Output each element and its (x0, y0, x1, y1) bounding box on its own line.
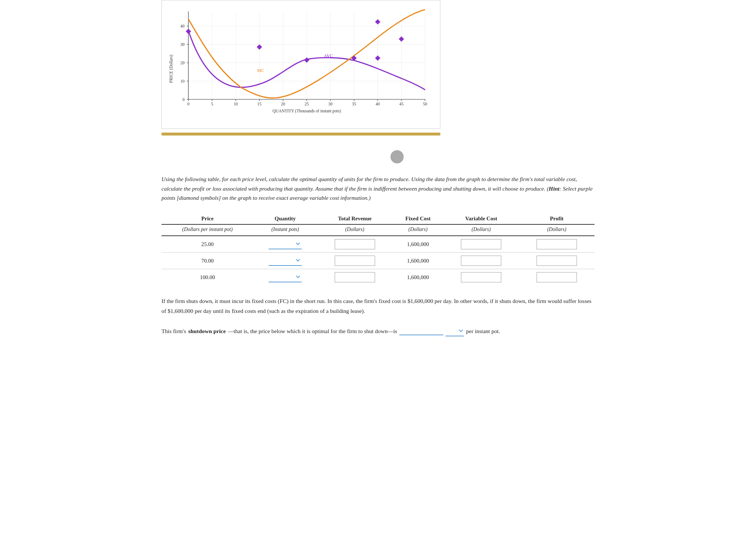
table-row: 100.001,600,000 (161, 269, 595, 286)
shutdown-middle: —that is, the price below which it is op… (228, 327, 397, 335)
cell-quantity-2 (254, 269, 317, 286)
col-header-fixed-cost: Fixed Cost (393, 213, 444, 225)
x-tick-30: 30 (328, 102, 333, 106)
y-axis-label: PRICE (Dollars) (169, 55, 174, 83)
footer-paragraph: If the firm shuts down, it must incur it… (161, 296, 595, 316)
instructions-text: Using the following table, for each pric… (161, 174, 595, 203)
total-revenue-input-1[interactable] (335, 256, 375, 266)
shutdown-suffix: per instant pot. (466, 327, 500, 335)
x-tick-15: 15 (257, 102, 262, 106)
instructions-main: Using the following table, for each pric… (161, 176, 577, 192)
profit-input-0[interactable] (537, 239, 577, 249)
cell-total-revenue-0 (317, 236, 393, 253)
x-tick-45: 45 (399, 102, 404, 106)
y-tick-0: 0 (182, 97, 185, 102)
cell-price-0: 25.00 (161, 236, 254, 253)
shutdown-blank-line (399, 327, 443, 335)
x-tick-40: 40 (376, 102, 380, 106)
cell-fixed-cost-1: 1,600,000 (393, 253, 444, 269)
profit-input-1[interactable] (537, 256, 577, 266)
x-tick-50: 50 (423, 102, 427, 106)
instructions-hint-bold: Hint (549, 185, 559, 192)
col-header-quantity: Quantity (254, 213, 317, 225)
quantity-select-1[interactable] (269, 256, 302, 266)
diamond-1[interactable] (257, 44, 262, 50)
col-sub-variable-cost: (Dollars) (443, 224, 519, 236)
divider-bar (161, 133, 440, 136)
y-tick-40: 40 (181, 24, 185, 28)
variable-cost-input-1[interactable] (461, 256, 501, 266)
quantity-select-2[interactable] (269, 272, 302, 282)
x-tick-20: 20 (281, 102, 286, 106)
table-row: 70.001,600,000 (161, 253, 595, 269)
cell-variable-cost-2 (443, 269, 519, 286)
cell-total-revenue-1 (317, 253, 393, 269)
cell-profit-2 (519, 269, 595, 286)
table-row: 25.001,600,000 (161, 236, 595, 253)
x-tick-25: 25 (305, 102, 309, 106)
col-sub-profit: (Dollars) (519, 224, 595, 236)
cell-total-revenue-2 (317, 269, 393, 286)
cell-fixed-cost-2: 1,600,000 (393, 269, 444, 286)
cell-quantity-0 (254, 236, 317, 253)
total-revenue-input-2[interactable] (335, 272, 375, 282)
shutdown-row: This firm's shutdown price —that is, the… (161, 326, 595, 336)
x-axis-label: QUANTITY (Thousands of instant pots) (273, 109, 341, 113)
mc-label: MC (257, 68, 264, 73)
x-tick-5: 5 (211, 102, 213, 106)
col-header-variable-cost: Variable Cost (443, 213, 519, 225)
page-container: PRICE (Dollars) 0 10 20 30 40 (139, 0, 617, 358)
variable-cost-input-0[interactable] (461, 239, 501, 249)
avc-label: AVC (324, 53, 333, 58)
cell-price-1: 70.00 (161, 253, 254, 269)
cell-profit-0 (519, 236, 595, 253)
col-sub-total-revenue: (Dollars) (317, 224, 393, 236)
shutdown-bold: shutdown price (188, 327, 226, 335)
gray-dot (390, 150, 404, 163)
diamond-2[interactable] (304, 57, 310, 63)
cell-quantity-1 (254, 253, 317, 269)
shutdown-prefix: This firm's (161, 327, 186, 335)
y-tick-20: 20 (181, 61, 185, 65)
x-tick-10: 10 (234, 102, 238, 106)
diamond-6[interactable] (186, 29, 191, 34)
cell-variable-cost-0 (443, 236, 519, 253)
chart-svg: PRICE (Dollars) 0 10 20 30 40 (166, 8, 433, 122)
cell-profit-1 (519, 253, 595, 269)
profit-input-2[interactable] (537, 272, 577, 282)
gray-dot-row (161, 150, 440, 163)
col-header-total-revenue: Total Revenue (317, 213, 393, 225)
diamond-4[interactable] (375, 55, 381, 61)
y-tick-10: 10 (181, 79, 185, 83)
total-revenue-input-0[interactable] (335, 239, 375, 249)
quantity-select-0[interactable] (269, 239, 302, 249)
cell-variable-cost-1 (443, 253, 519, 269)
y-tick-30: 30 (181, 42, 185, 47)
data-table: Price Quantity Total Revenue Fixed Cost … (161, 213, 595, 286)
col-sub-fixed-cost: (Dollars) (393, 224, 444, 236)
cell-price-2: 100.00 (161, 269, 254, 286)
diamond-7[interactable] (375, 19, 381, 25)
x-tick-0: 0 (188, 102, 190, 106)
variable-cost-input-2[interactable] (461, 272, 501, 282)
chart-wrapper: PRICE (Dollars) 0 10 20 30 40 (161, 0, 440, 129)
shutdown-price-select[interactable] (446, 326, 464, 336)
cell-fixed-cost-0: 1,600,000 (393, 236, 444, 253)
col-header-price: Price (161, 213, 254, 225)
col-sub-price: (Dollars per instant pot) (161, 224, 254, 236)
col-header-profit: Profit (519, 213, 595, 225)
x-tick-35: 35 (352, 102, 356, 106)
col-sub-quantity: (Instant pots) (254, 224, 317, 236)
diamond-5[interactable] (399, 36, 404, 42)
